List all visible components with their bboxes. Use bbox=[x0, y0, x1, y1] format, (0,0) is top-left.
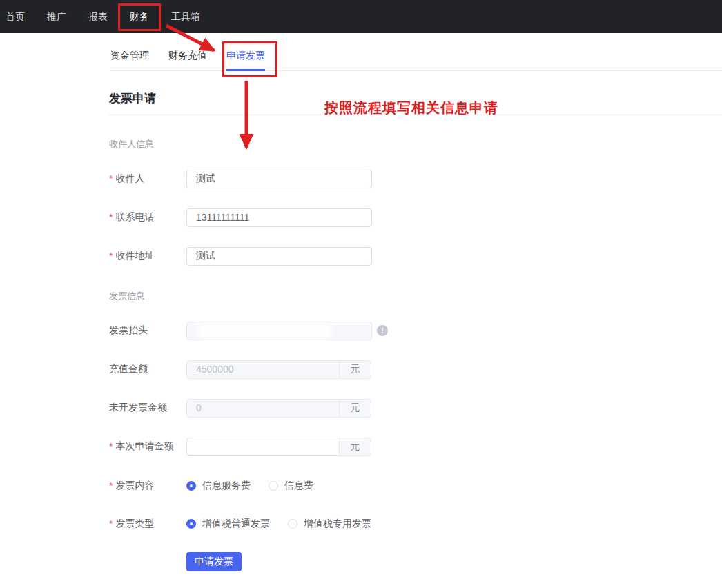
form-row-recharge-amount: 充值金额 元 bbox=[109, 360, 372, 379]
apply-amount-label: * 本次申请金额 bbox=[109, 440, 186, 453]
info-exclamation-icon: ! bbox=[377, 325, 388, 336]
highlight-box-finance-nav bbox=[118, 3, 161, 31]
radio-vat-general-invoice[interactable]: 增值税普通发票 bbox=[186, 518, 270, 530]
radio-selected-icon bbox=[186, 481, 196, 491]
required-marker: * bbox=[109, 480, 113, 491]
recharge-amount-label: 充值金额 bbox=[109, 363, 186, 375]
nav-item-home[interactable]: 首页 bbox=[6, 0, 25, 33]
nav-item-reports[interactable]: 报表 bbox=[88, 0, 108, 33]
form-row-phone: * 联系电话 bbox=[109, 208, 372, 227]
radio-info-fee[interactable]: 信息费 bbox=[269, 480, 313, 492]
form-row-invoice-content: * 发票内容 信息服务费 信息费 bbox=[109, 476, 313, 496]
required-marker: * bbox=[109, 251, 113, 262]
uninvoiced-amount-input bbox=[186, 399, 340, 418]
page-title: 发票申请 bbox=[109, 90, 156, 106]
radio-selected-icon bbox=[186, 519, 196, 529]
apply-invoice-submit-button[interactable]: 申请发票 bbox=[186, 552, 242, 571]
apply-amount-group: 元 bbox=[186, 438, 372, 456]
invoice-type-radio-group: 增值税普通发票 增值税专用发票 bbox=[186, 518, 371, 530]
address-label: * 收件地址 bbox=[109, 250, 186, 262]
radio-unselected-icon bbox=[288, 519, 297, 529]
address-input[interactable] bbox=[186, 247, 372, 266]
red-arrows-overlay bbox=[0, 0, 722, 588]
finance-tabs: 资金管理 财务充值 申请发票 bbox=[110, 43, 722, 71]
form-row-invoice-type: * 发票类型 增值税普通发票 增值税专用发票 bbox=[109, 514, 371, 533]
required-marker: * bbox=[109, 441, 113, 452]
required-marker: * bbox=[109, 212, 113, 223]
recipient-input[interactable] bbox=[186, 170, 372, 188]
form-row-invoice-title: 发票抬头 ! bbox=[109, 321, 388, 340]
section-label-invoice-info: 发票信息 bbox=[109, 290, 145, 302]
tab-fund-management[interactable]: 资金管理 bbox=[110, 43, 149, 71]
required-marker: * bbox=[109, 173, 113, 184]
radio-unselected-icon bbox=[269, 481, 278, 491]
radio-vat-special-invoice[interactable]: 增值税专用发票 bbox=[288, 518, 371, 530]
nav-item-toolbox[interactable]: 工具箱 bbox=[171, 0, 200, 33]
redacted-value-blur bbox=[197, 323, 332, 339]
unit-yuan-addon: 元 bbox=[339, 399, 371, 418]
recipient-label: * 收件人 bbox=[109, 173, 186, 185]
top-nav: 首页 推广 报表 财务 工具箱 bbox=[0, 0, 722, 33]
unit-yuan-addon: 元 bbox=[339, 360, 371, 379]
uninvoiced-amount-label: 未开发票金额 bbox=[109, 402, 186, 414]
tab-finance-recharge[interactable]: 财务充值 bbox=[168, 43, 207, 71]
required-marker: * bbox=[109, 518, 113, 529]
radio-info-service-fee[interactable]: 信息服务费 bbox=[186, 480, 251, 492]
phone-label: * 联系电话 bbox=[109, 211, 186, 224]
section-label-recipient-info: 收件人信息 bbox=[109, 138, 154, 150]
invoice-content-label: * 发票内容 bbox=[109, 480, 186, 492]
invoice-application-page: 首页 推广 报表 财务 工具箱 资金管理 财务充值 申请发票 发票申请 按照流程… bbox=[0, 0, 722, 588]
invoice-content-radio-group: 信息服务费 信息费 bbox=[186, 480, 313, 492]
unit-yuan-addon: 元 bbox=[339, 438, 371, 456]
invoice-title-label: 发票抬头 bbox=[109, 324, 186, 337]
red-annotation-note: 按照流程填写相关信息申请 bbox=[324, 99, 498, 117]
form-row-uninvoiced-amount: 未开发票金额 元 bbox=[109, 398, 372, 418]
invoice-type-label: * 发票类型 bbox=[109, 518, 186, 530]
uninvoiced-amount-group: 元 bbox=[186, 399, 372, 418]
recharge-amount-group: 元 bbox=[186, 360, 372, 379]
nav-item-promotion[interactable]: 推广 bbox=[47, 0, 66, 33]
form-row-address: * 收件地址 bbox=[109, 246, 372, 266]
invoice-title-wrap bbox=[186, 322, 372, 340]
phone-input[interactable] bbox=[186, 208, 372, 227]
recharge-amount-input bbox=[186, 360, 340, 379]
highlight-box-apply-invoice-tab bbox=[222, 41, 277, 77]
apply-amount-input[interactable] bbox=[186, 438, 340, 456]
form-row-apply-amount: * 本次申请金额 元 bbox=[109, 437, 372, 456]
form-row-recipient: * 收件人 bbox=[109, 169, 372, 188]
